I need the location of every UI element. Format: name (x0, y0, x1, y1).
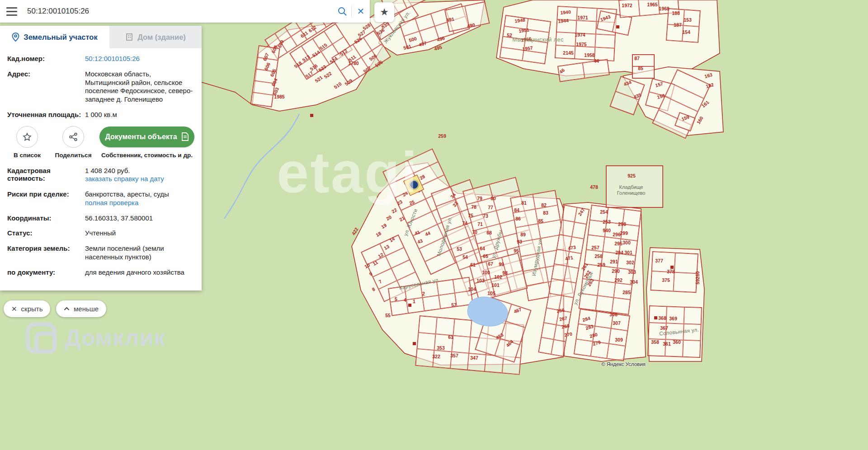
parcel-number: 254 (600, 209, 608, 215)
parcel-number: 74 (462, 220, 467, 226)
share-icon (68, 132, 78, 142)
parcel-number: 377 (655, 258, 663, 263)
parcel-number: 296 (613, 232, 621, 237)
parcel-number: 93 (517, 239, 522, 244)
parcel-number: 52 (507, 33, 512, 38)
forest-label: Мытищинский лес (512, 37, 563, 43)
place-label: Кладбище (619, 184, 643, 190)
hide-panel-label: скрыть (21, 305, 43, 313)
place-label: Голенищево (617, 190, 646, 196)
parcel-number: 257 (591, 245, 599, 250)
parcel-number: 304 (630, 279, 638, 285)
parcel-number: 79 (477, 196, 482, 201)
clear-search-icon[interactable]: ✕ (352, 0, 370, 23)
map-attribution[interactable]: © Яндекс Условия (601, 361, 646, 367)
object-info-panel: Земельный участок Дом (здание) Кад.номер… (0, 26, 202, 291)
share-label: Поделиться (47, 152, 99, 159)
parcel-number: 307 (613, 320, 621, 326)
field-row: Координаты:56.160313, 37.580001 (7, 214, 194, 223)
parcel-number: 478 (590, 184, 598, 190)
field-label: Статус: (7, 229, 85, 238)
parcel-number: 78 (471, 204, 476, 210)
parcel-number: 86 (515, 216, 521, 221)
parcel-number: 1968 (659, 6, 669, 11)
field-value: 1 408 240 руб.заказать справку на дату (85, 167, 194, 184)
tab-house-building[interactable]: Дом (здание) (109, 26, 202, 48)
building-footprint-icon (654, 316, 657, 319)
domclick-logo-text: Домклик (65, 325, 165, 351)
parcel-number: 298 (618, 221, 626, 227)
parcel-number: 292 (614, 277, 623, 283)
star-outline-icon (22, 132, 32, 142)
fields-bottom: Кадастровая стоимость:1 408 240 руб.зака… (7, 167, 194, 277)
parcel-number: 187 (674, 22, 682, 28)
field-row: Риски при сделке:банкротства, аресты, су… (7, 190, 194, 207)
parcel-number: 77 (488, 205, 493, 210)
parcel-number: 347 (470, 355, 478, 361)
parcel-number: 295 (614, 241, 623, 246)
parcel-block[interactable] (574, 309, 630, 361)
action-link[interactable]: заказать справку на дату (85, 175, 194, 183)
value-link[interactable]: 50:12:0010105:26 (85, 55, 140, 62)
parcel-number: 71 (477, 221, 483, 227)
parcel-number: 308 (609, 312, 618, 317)
field-row: Категория земель:Земли поселений (земли … (7, 244, 194, 262)
parcel-number: 259 (597, 262, 605, 267)
parcel-number: 4 (404, 297, 406, 303)
menu-icon[interactable] (0, 0, 24, 23)
parcel-number: 2 (422, 291, 425, 296)
favorite-icon[interactable]: ★ (374, 2, 394, 22)
building-icon (125, 33, 133, 41)
parcel-number: 1780 (348, 61, 359, 66)
collapse-panel-button[interactable]: меньше (56, 300, 106, 317)
hide-panel-button[interactable]: ✕ скрыть (4, 300, 50, 317)
add-to-list-button[interactable] (16, 126, 38, 148)
parcel-number: 65 (483, 253, 488, 259)
fields-top: Кад.номер:50:12:0010105:26Адрес:Московск… (7, 55, 194, 119)
parcel-number: 291 (610, 259, 618, 264)
parcel-number: 1965 (647, 2, 657, 7)
field-label: Адрес: (7, 70, 85, 104)
search-input[interactable] (24, 7, 333, 16)
share-button[interactable] (62, 126, 84, 148)
parcel-block[interactable] (666, 8, 701, 43)
parcel-number: 259 (438, 133, 446, 139)
parcel-number: 360 (673, 339, 681, 345)
docs-button-label: Документы объекта (105, 133, 177, 141)
parcel-number: 82 (541, 202, 547, 208)
panel-tabs: Земельный участок Дом (здание) (0, 26, 202, 48)
parcel-number: 1985 (274, 94, 284, 99)
parcel-number: 353 (437, 345, 445, 351)
action-link[interactable]: полная проверка (85, 199, 194, 207)
building-footprint-icon (616, 25, 619, 28)
parcel-number: 302 (626, 260, 634, 265)
chevron-up-icon (64, 307, 70, 311)
parcel-number: 357 (450, 353, 458, 358)
parcel-number: 1940 (560, 9, 571, 15)
search-bar: ✕ (0, 0, 370, 23)
field-label: Уточненная площадь: (7, 111, 85, 119)
parcel-number: 73 (483, 213, 488, 219)
search-icon[interactable] (333, 0, 351, 23)
parcel-number: 100 (482, 270, 490, 275)
parcel-number: 1975 (576, 42, 586, 47)
field-label: Категория земель: (7, 244, 85, 262)
field-value: банкротства, аресты, судыполная проверка (85, 190, 194, 207)
parcel-number: 85 (638, 66, 643, 71)
field-value: 50:12:0010105:26 (85, 55, 194, 63)
parcel-number: 101 (491, 282, 500, 288)
parcel-number: 378 (667, 269, 675, 274)
parcel-number: 154 (682, 29, 690, 35)
building-footprint-icon (408, 304, 411, 307)
panel-body: Кад.номер:50:12:0010105:26Адрес:Московск… (0, 48, 202, 291)
parcel-number: 258 (594, 253, 603, 259)
field-label: Кадастровая стоимость: (7, 167, 85, 184)
tab-land-parcel[interactable]: Земельный участок (0, 26, 109, 48)
parcel-number: 1974 (575, 32, 585, 38)
parcel-number: 301 (624, 250, 632, 255)
parcel-number: 2145 (563, 50, 573, 56)
add-to-list-label: В список (7, 152, 47, 159)
object-documents-button[interactable]: Документы объекта (99, 127, 194, 147)
building-footprint-icon (413, 342, 416, 345)
actions-row: Документы объекта В список Поделиться Со… (7, 126, 194, 159)
